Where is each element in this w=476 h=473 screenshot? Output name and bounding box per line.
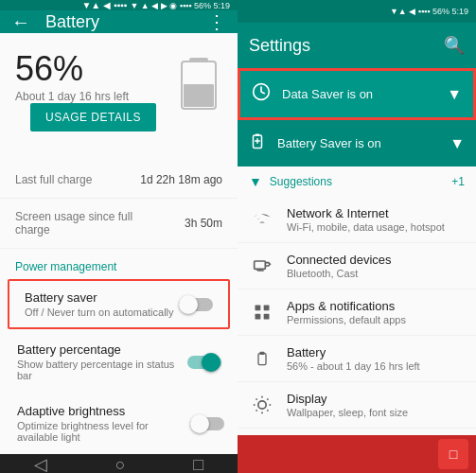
battery-summary: 56% About 1 day 16 hrs left USAGE DETAIL… bbox=[0, 33, 238, 162]
nav-recents-button[interactable]: □ bbox=[193, 455, 203, 474]
network-title: Network & Internet bbox=[287, 206, 465, 220]
battery-percentage-text: Battery percentage Show battery percenta… bbox=[17, 342, 187, 381]
network-icon bbox=[249, 206, 275, 233]
screen-usage-label: Screen usage since full charge bbox=[15, 210, 148, 236]
svg-rect-6 bbox=[255, 261, 266, 269]
battery-settings-subtitle: 56% - about 1 day 16 hrs left bbox=[287, 360, 465, 372]
battery-saver-settings-label: Battery Saver is on bbox=[277, 136, 438, 150]
power-management-header: Power management bbox=[0, 249, 238, 277]
battery-percentage-label: Battery percentage bbox=[17, 342, 187, 357]
settings-item-sound[interactable]: Sound Volume, vibration, Do Not Disturb bbox=[238, 429, 476, 435]
battery-saver-toggle[interactable] bbox=[179, 295, 213, 314]
adaptive-brightness-row[interactable]: Adaptive brightness Optimize brightness … bbox=[0, 393, 238, 454]
battery-settings-icon bbox=[249, 345, 275, 372]
display-icon bbox=[249, 392, 275, 418]
data-saver-row[interactable]: Data Saver is on ▼ bbox=[238, 68, 476, 120]
page-title: Battery bbox=[45, 12, 192, 32]
battery-icon bbox=[175, 56, 222, 113]
settings-item-display[interactable]: Display Wallpaper, sleep, font size bbox=[238, 382, 476, 429]
more-options-button[interactable]: ⋮ bbox=[207, 10, 226, 33]
battery-time-left-text: About 1 day 16 hrs left bbox=[15, 90, 171, 103]
battery-percentage-toggle[interactable] bbox=[187, 353, 220, 372]
apps-text: Apps & notifications Permissions, defaul… bbox=[287, 299, 465, 325]
display-text: Display Wallpaper, sleep, font size bbox=[287, 392, 465, 418]
settings-title: Settings bbox=[249, 36, 429, 56]
screen-usage-value: 3h 50m bbox=[185, 217, 222, 230]
apps-title: Apps & notifications bbox=[287, 299, 465, 313]
svg-rect-10 bbox=[264, 314, 270, 320]
data-saver-label: Data Saver is on bbox=[282, 87, 435, 101]
svg-line-21 bbox=[267, 399, 268, 400]
svg-line-16 bbox=[256, 399, 257, 400]
back-button[interactable]: ← bbox=[11, 11, 30, 33]
right-top-bar: Settings 🔍 bbox=[238, 23, 476, 68]
left-panel: ▼▲ ◀ ▪▪▪▪ ▼ ▲ ◀ ▶ ◉ ▪▪▪▪ 56% 5:19 ← Batt… bbox=[0, 0, 238, 473]
suggestions-row[interactable]: ▼ Suggestions +1 bbox=[238, 166, 476, 197]
right-status-bar: ▼▲ ◀ ▪▪▪▪ 56% 5:19 bbox=[238, 0, 476, 23]
display-title: Display bbox=[287, 392, 465, 406]
apps-icon bbox=[249, 299, 275, 325]
network-subtitle: Wi-Fi, mobile, data usage, hotspot bbox=[287, 221, 465, 233]
last-full-charge-value: 1d 22h 18m ago bbox=[140, 173, 222, 186]
battery-saver-settings-chevron-icon: ▼ bbox=[450, 135, 465, 152]
settings-item-apps[interactable]: Apps & notifications Permissions, defaul… bbox=[238, 289, 476, 336]
adaptive-brightness-text: Adaptive brightness Optimize brightness … bbox=[17, 404, 190, 443]
right-panel: ▼▲ ◀ ▪▪▪▪ 56% 5:19 Settings 🔍 Data Saver… bbox=[238, 0, 476, 473]
svg-rect-2 bbox=[184, 84, 214, 107]
settings-item-network[interactable]: Network & Internet Wi-Fi, mobile, data u… bbox=[238, 197, 476, 243]
battery-saver-text: Battery saver Off / Never turn on automa… bbox=[25, 290, 174, 318]
svg-rect-12 bbox=[260, 352, 264, 354]
adaptive-brightness-sublabel: Optimize brightness level for available … bbox=[17, 420, 190, 443]
toggle-thumb-on bbox=[202, 353, 220, 372]
connected-title: Connected devices bbox=[287, 253, 465, 267]
battery-settings-title: Battery bbox=[287, 345, 465, 359]
nav-back-button[interactable]: ◁ bbox=[34, 454, 47, 473]
connected-devices-icon bbox=[249, 253, 275, 279]
settings-item-connected[interactable]: Connected devices Bluetooth, Cast bbox=[238, 243, 476, 289]
battery-saver-settings-row[interactable]: Battery Saver is on ▼ bbox=[238, 120, 476, 166]
toggle-thumb bbox=[179, 295, 198, 314]
usage-details-button[interactable]: USAGE DETAILS bbox=[30, 103, 156, 131]
recents-icon: □ bbox=[450, 447, 457, 462]
right-status-icons: ▼▲ ◀ ▪▪▪▪ 56% 5:19 bbox=[390, 7, 468, 16]
settings-item-battery[interactable]: Battery 56% - about 1 day 16 hrs left bbox=[238, 336, 476, 382]
battery-saver-label: Battery saver bbox=[25, 290, 174, 305]
battery-status-text: ▼ ▲ ◀ ▶ ◉ ▪▪▪▪ 56% 5:19 bbox=[130, 1, 230, 10]
right-nav-recents-button[interactable]: □ bbox=[438, 439, 468, 469]
settings-list: Network & Internet Wi-Fi, mobile, data u… bbox=[238, 197, 476, 435]
adaptive-brightness-toggle[interactable] bbox=[190, 414, 220, 433]
left-top-bar: ← Battery ⋮ bbox=[0, 10, 238, 33]
svg-rect-11 bbox=[258, 354, 266, 365]
left-nav-bar: ◁ ○ □ bbox=[0, 454, 238, 473]
left-status-icons: ▼▲ ◀ ▪▪▪▪ ▼ ▲ ◀ ▶ ◉ ▪▪▪▪ 56% 5:19 bbox=[81, 0, 230, 10]
battery-info: 56% About 1 day 16 hrs left USAGE DETAIL… bbox=[15, 52, 171, 147]
connected-text: Connected devices Bluetooth, Cast bbox=[287, 253, 465, 279]
data-saver-icon bbox=[252, 82, 271, 106]
adaptive-brightness-label: Adaptive brightness bbox=[17, 404, 190, 418]
screen-usage-row: Screen usage since full charge 3h 50m bbox=[0, 199, 238, 249]
last-full-charge-label: Last full charge bbox=[15, 173, 92, 186]
right-nav-bar: □ bbox=[238, 435, 476, 473]
battery-saver-row[interactable]: Battery saver Off / Never turn on automa… bbox=[8, 279, 230, 329]
toggle-thumb-off2 bbox=[190, 414, 209, 433]
suggestions-count-badge: +1 bbox=[451, 175, 465, 188]
battery-settings-text: Battery 56% - about 1 day 16 hrs left bbox=[287, 345, 465, 372]
svg-rect-8 bbox=[264, 306, 270, 311]
battery-saver-settings-icon bbox=[249, 131, 266, 155]
svg-line-20 bbox=[256, 410, 257, 411]
connected-subtitle: Bluetooth, Cast bbox=[287, 268, 465, 279]
battery-percentage-sublabel: Show battery percentage in status bar bbox=[17, 359, 187, 381]
data-saver-chevron-icon: ▼ bbox=[447, 86, 462, 103]
apps-subtitle: Permissions, default apps bbox=[287, 314, 465, 325]
svg-rect-5 bbox=[256, 134, 260, 136]
search-button[interactable]: 🔍 bbox=[444, 35, 465, 56]
battery-percentage-row[interactable]: Battery percentage Show battery percenta… bbox=[0, 331, 238, 393]
svg-point-13 bbox=[258, 401, 266, 409]
suggestions-chevron-icon: ▼ bbox=[249, 174, 262, 189]
signal-bars-icon: ▪▪▪▪ bbox=[114, 0, 127, 10]
svg-line-17 bbox=[267, 410, 268, 411]
battery-percent-text: 56% bbox=[15, 52, 171, 86]
wifi-icon: ◀ bbox=[103, 0, 111, 10]
nav-home-button[interactable]: ○ bbox=[115, 455, 126, 474]
svg-rect-9 bbox=[256, 314, 261, 320]
